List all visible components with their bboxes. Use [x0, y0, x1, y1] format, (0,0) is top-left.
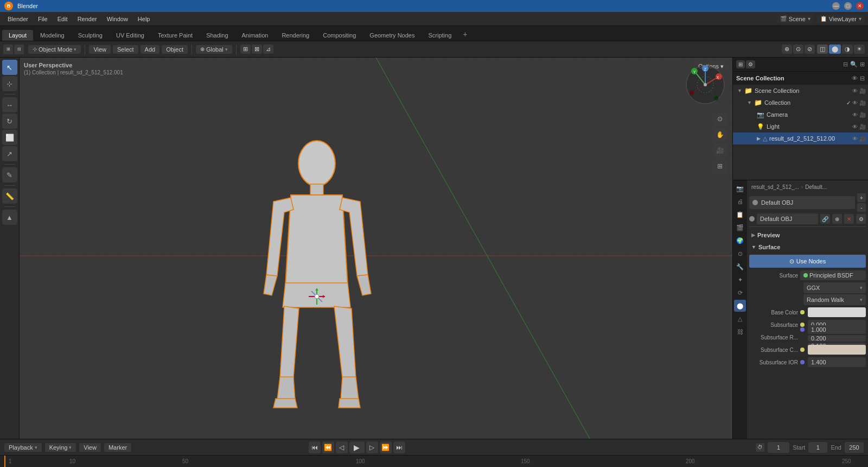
prop-world-icon[interactable]: 🌍	[734, 235, 746, 247]
menu-blender[interactable]: Blender	[3, 15, 33, 23]
add-workspace-button[interactable]: +	[458, 28, 471, 41]
add-menu[interactable]: Add	[141, 45, 160, 54]
add-cube-tool[interactable]: ▲	[2, 210, 17, 225]
navigation-gizmo[interactable]: X Y Z	[684, 63, 727, 106]
transform-individual[interactable]: ⊞	[240, 45, 251, 54]
menu-help[interactable]: Help	[133, 15, 155, 23]
add-material-slot[interactable]: +	[857, 193, 866, 202]
search-icon[interactable]: 🔍	[850, 61, 858, 68]
viewport[interactable]: User Perspective (1) Collection | result…	[20, 58, 732, 439]
prop-view-layer-icon[interactable]: 📋	[734, 209, 746, 220]
collection-hide[interactable]: 👁	[852, 100, 858, 106]
base-color-swatch[interactable]	[808, 307, 866, 317]
camera-render[interactable]: 🎥	[859, 112, 866, 118]
start-frame-field[interactable]: 1	[808, 442, 827, 453]
measure-tool[interactable]: 📏	[2, 188, 17, 204]
select-tool[interactable]: ↖	[2, 60, 17, 75]
close-button[interactable]: ✕	[856, 2, 864, 10]
material-settings-icon[interactable]: ⚙	[856, 214, 866, 224]
tab-geometry-nodes[interactable]: Geometry Nodes	[363, 30, 421, 41]
solid-mode[interactable]: ⬤	[829, 45, 841, 54]
use-nodes-button[interactable]: ⊙ Use Nodes	[749, 255, 866, 268]
viewport-overlay-toggle[interactable]: ⊙	[793, 45, 803, 54]
subsurface-r-val1[interactable]: 1.000	[808, 325, 866, 334]
subsurface-ior-value[interactable]: 1.400	[808, 357, 866, 367]
light-render[interactable]: 🎥	[859, 124, 866, 130]
prop-data-icon[interactable]: △	[734, 313, 746, 325]
view-menu[interactable]: View	[89, 45, 111, 54]
outliner-hide-icon[interactable]: 👁	[852, 75, 858, 82]
minimize-button[interactable]: —	[832, 2, 840, 10]
prop-output-icon[interactable]: 🖨	[734, 195, 746, 207]
step-back-button[interactable]: ◁	[336, 441, 348, 453]
transform-tool[interactable]: ↗	[2, 146, 17, 161]
viewport-gizmo-toggle[interactable]: ⊕	[782, 45, 792, 54]
scene-selector[interactable]: 🎬 Scene ▾	[777, 15, 814, 23]
remove-material-slot[interactable]: -	[857, 203, 866, 212]
menu-window[interactable]: Window	[103, 15, 132, 23]
collection-expand[interactable]: ▼	[747, 100, 752, 105]
cursor-tool[interactable]: ⊹	[2, 76, 17, 91]
material-delete-icon[interactable]: ✕	[844, 214, 854, 224]
prop-modifier-icon[interactable]: 🔧	[734, 261, 746, 273]
subsurface-c-swatch[interactable]	[808, 345, 866, 355]
mesh-hide[interactable]: 👁	[852, 136, 858, 142]
mesh-expand[interactable]: ▶	[757, 136, 761, 141]
material-name-field[interactable]: Default OBJ	[757, 213, 818, 224]
tab-compositing[interactable]: Compositing	[316, 30, 362, 41]
subsurface-r-val2[interactable]: 0.200	[808, 335, 866, 342]
collection-checkbox[interactable]: ✓	[846, 100, 851, 106]
menu-edit[interactable]: Edit	[53, 15, 72, 23]
tab-scripting[interactable]: Scripting	[422, 30, 458, 41]
view-menu-timeline[interactable]: View	[79, 443, 101, 452]
filter-icon[interactable]: ⊟	[843, 61, 848, 68]
blender-logo-icon[interactable]: B	[4, 2, 13, 10]
next-keyframe-button[interactable]: ⏩	[380, 441, 392, 453]
frame-icon[interactable]: ⏱	[756, 443, 764, 452]
play-button[interactable]: ▶	[349, 441, 365, 453]
prop-material-icon[interactable]: ⬤	[734, 300, 746, 312]
material-new-icon[interactable]: 🔗	[820, 214, 830, 224]
tab-sculpting[interactable]: Sculpting	[72, 30, 109, 41]
outliner-item-scene-collection[interactable]: ▼ 📁 Scene Collection 👁 🎥	[733, 85, 868, 97]
outliner-filter-icon[interactable]: ⊟	[860, 75, 865, 82]
filter-options-icon[interactable]: ⊞	[860, 61, 865, 68]
collection-render[interactable]: 🎥	[859, 100, 866, 106]
select-menu[interactable]: Select	[113, 45, 138, 54]
outliner-item-light[interactable]: 💡 Light 👁 🎥	[733, 121, 868, 132]
camera-view[interactable]: 🎥	[713, 143, 727, 157]
prop-constraints-icon[interactable]: ⛓	[734, 326, 746, 338]
layout-icon[interactable]: ⊟	[14, 45, 24, 54]
viewport-xray-toggle[interactable]: ⊘	[805, 45, 815, 54]
mesh-render[interactable]: 🎥	[859, 136, 866, 142]
wireframe-mode[interactable]: ◫	[817, 45, 828, 54]
rotate-tool[interactable]: ↻	[2, 113, 17, 129]
material-slot[interactable]: Default OBJ	[749, 196, 855, 209]
tab-modeling[interactable]: Modeling	[34, 30, 71, 41]
material-copy-icon[interactable]: ⊕	[832, 214, 842, 224]
menu-file[interactable]: File	[34, 15, 52, 23]
object-menu[interactable]: Object	[162, 45, 188, 54]
rendered-mode[interactable]: ☀	[854, 45, 865, 54]
preview-section-header[interactable]: ▶ Preview	[749, 229, 866, 241]
light-hide[interactable]: 👁	[852, 124, 858, 130]
object-mode-dropdown[interactable]: ⊹ Object Mode ▾	[28, 45, 81, 54]
prop-physics-icon[interactable]: ⟳	[734, 287, 746, 299]
camera-hide[interactable]: 👁	[852, 112, 858, 118]
zoom-to-fit[interactable]: ⊙	[713, 112, 727, 126]
prop-render-icon[interactable]: 📷	[734, 182, 746, 194]
transform-pivot[interactable]: ⊠	[252, 45, 262, 54]
tab-texture-paint[interactable]: Texture Paint	[151, 30, 199, 41]
prop-object-icon[interactable]: ⊙	[734, 248, 746, 260]
frame-end-button[interactable]: ⏭	[393, 441, 405, 453]
prop-particles-icon[interactable]: ✦	[734, 274, 746, 286]
timeline-scrubber[interactable]: 1 10 50 100 150 200 250	[0, 456, 868, 468]
outliner-item-mesh[interactable]: ▶ △ result_sd_2_512_512.00 👁 🎥	[733, 132, 868, 144]
ggx-dropdown[interactable]: GGX ▾	[803, 282, 866, 293]
tab-animation[interactable]: Animation	[235, 30, 275, 41]
maximize-button[interactable]: □	[844, 2, 852, 10]
surface-section-header[interactable]: ▼ Surface	[749, 241, 866, 253]
outliner-item-camera[interactable]: 📷 Camera 👁 🎥	[733, 109, 868, 121]
viewlayer-selector[interactable]: 📋 ViewLayer ▾	[817, 15, 865, 23]
tab-layout[interactable]: Layout	[2, 30, 33, 41]
